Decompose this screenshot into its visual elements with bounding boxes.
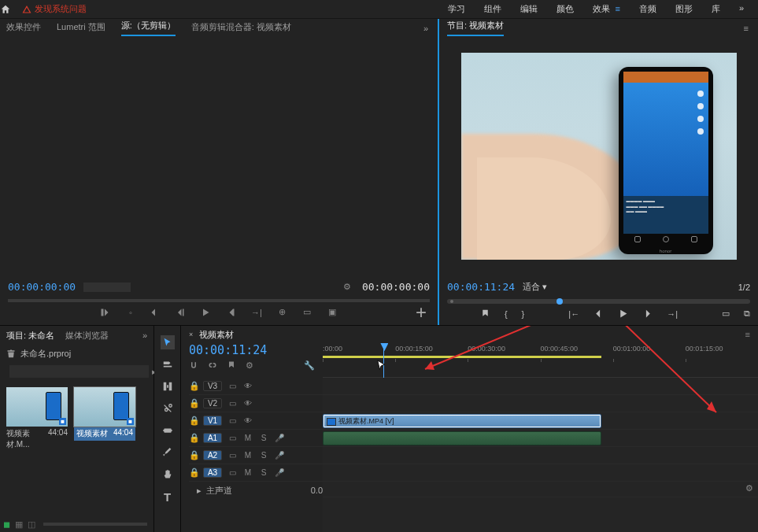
mute-icon[interactable]: M bbox=[242, 468, 253, 477]
toggle-output-icon[interactable]: ▭ bbox=[227, 399, 238, 408]
mute-icon[interactable]: M bbox=[242, 451, 253, 460]
mark-out-icon[interactable]: ◦ bbox=[125, 308, 136, 317]
track-head-a1[interactable]: 🔒A1▭MS🎤 bbox=[189, 430, 323, 447]
tab-effect-controls[interactable]: 效果控件 bbox=[6, 21, 41, 36]
tab-media-browser[interactable]: 媒体浏览器 bbox=[65, 330, 109, 342]
view-freeform-icon[interactable]: ◫ bbox=[28, 519, 35, 530]
tool-selection[interactable] bbox=[161, 335, 175, 349]
clip-audio[interactable] bbox=[323, 431, 601, 445]
step-fwd-icon[interactable] bbox=[642, 308, 653, 319]
eye-icon[interactable]: 👁 bbox=[242, 416, 253, 425]
program-scrubber[interactable] bbox=[447, 299, 750, 304]
panel-overflow-icon[interactable]: » bbox=[423, 24, 438, 36]
tool-hand[interactable] bbox=[161, 467, 175, 482]
tool-ripple-edit[interactable] bbox=[161, 379, 175, 393]
track-head-v3[interactable]: 🔒V3▭👁 bbox=[189, 378, 323, 395]
mark-clip-icon[interactable] bbox=[150, 308, 161, 317]
tab-lumetri-scopes[interactable]: Lumetri 范围 bbox=[57, 21, 105, 36]
go-to-in-icon[interactable]: |← bbox=[568, 309, 579, 319]
source-scrubber[interactable] bbox=[8, 299, 430, 302]
overwrite-icon[interactable]: ▭ bbox=[301, 307, 312, 317]
timeline-options-icon[interactable]: ⚙ bbox=[745, 483, 753, 493]
tab-source-monitor[interactable]: 源:（无剪辑） bbox=[121, 20, 176, 36]
project-overflow-icon[interactable]: » bbox=[142, 331, 147, 340]
lock-icon[interactable]: 🔒 bbox=[189, 416, 198, 426]
toggle-output-icon[interactable]: ▭ bbox=[227, 382, 238, 390]
tool-slip[interactable] bbox=[161, 423, 175, 438]
extract-icon[interactable]: ⧉ bbox=[744, 308, 750, 319]
panel-menu-icon[interactable]: ≡ bbox=[744, 24, 758, 36]
close-sequence-icon[interactable]: × bbox=[189, 331, 193, 338]
project-item[interactable]: ■ 视频素材.M...44:04 bbox=[6, 387, 68, 452]
mark-in-icon[interactable] bbox=[100, 308, 111, 317]
marker-icon[interactable] bbox=[227, 360, 236, 371]
snap-icon[interactable] bbox=[189, 360, 198, 371]
eye-icon[interactable]: 👁 bbox=[242, 382, 253, 390]
workspace-tab-audio[interactable]: 音频 bbox=[639, 3, 656, 15]
home-icon[interactable] bbox=[0, 4, 19, 15]
lock-icon[interactable]: 🔒 bbox=[189, 450, 198, 460]
tab-audio-clip-mixer[interactable]: 音频剪辑混合器: 视频素材 bbox=[191, 21, 291, 36]
go-to-out-icon[interactable]: →| bbox=[251, 308, 262, 317]
button-editor-icon[interactable]: + bbox=[416, 307, 427, 318]
solo-icon[interactable]: S bbox=[258, 451, 269, 460]
timeline-ruler[interactable]: :00:00 00:00:15:00 00:00:30:00 00:00:45:… bbox=[323, 343, 758, 378]
play-icon[interactable] bbox=[201, 308, 212, 317]
lock-icon[interactable]: 🔒 bbox=[189, 398, 198, 408]
project-search-input[interactable] bbox=[9, 365, 149, 378]
tool-track-select[interactable] bbox=[161, 357, 175, 371]
workspace-tab-effects[interactable]: 效果 ≡ bbox=[593, 3, 620, 15]
workspace-tab-library[interactable]: 库 bbox=[712, 3, 720, 15]
step-back-icon[interactable] bbox=[593, 308, 604, 319]
step-back-icon[interactable] bbox=[176, 308, 187, 317]
tab-program-monitor[interactable]: 节目: 视频素材 bbox=[447, 20, 504, 36]
step-fwd-icon[interactable] bbox=[226, 308, 237, 317]
voice-over-icon[interactable]: 🎤 bbox=[274, 451, 285, 460]
lock-icon[interactable]: 🔒 bbox=[189, 381, 198, 391]
lock-icon[interactable]: 🔒 bbox=[189, 467, 198, 478]
mark-in-icon[interactable]: { bbox=[505, 309, 508, 319]
clip-video[interactable]: 视频素材.MP4 [V] bbox=[323, 414, 601, 428]
track-head-a2[interactable]: 🔒A2▭MS🎤 bbox=[189, 447, 323, 464]
linked-selection-icon[interactable] bbox=[208, 360, 217, 371]
project-item[interactable]: ■ 视频素材44:04 bbox=[74, 387, 135, 441]
solo-icon[interactable]: S bbox=[258, 468, 269, 477]
view-list-icon[interactable]: ◼ bbox=[3, 519, 10, 530]
workspace-overflow-icon[interactable]: » bbox=[739, 3, 744, 15]
mark-out-icon[interactable]: } bbox=[522, 309, 525, 319]
tool-type[interactable]: T bbox=[161, 490, 175, 504]
solo-icon[interactable]: S bbox=[258, 434, 269, 442]
timeline-timecode[interactable]: 00:00:11:24 bbox=[189, 343, 315, 357]
workspace-tab-assembly[interactable]: 组件 bbox=[484, 3, 501, 15]
toggle-output-icon[interactable]: ▭ bbox=[227, 434, 238, 442]
mute-icon[interactable]: M bbox=[242, 434, 253, 442]
work-area-bar[interactable] bbox=[323, 356, 601, 358]
program-timecode[interactable]: 00:00:11:24 bbox=[447, 281, 515, 293]
track-head-a3[interactable]: 🔒A3▭MS🎤 bbox=[189, 464, 323, 482]
workspace-tab-learn[interactable]: 学习 bbox=[448, 3, 465, 15]
view-icon-icon[interactable]: ▦ bbox=[15, 519, 23, 530]
play-icon[interactable] bbox=[618, 308, 628, 319]
add-marker-icon[interactable] bbox=[480, 308, 490, 319]
settings-icon[interactable]: ⚙ bbox=[246, 360, 253, 371]
workspace-tab-graphics[interactable]: 图形 bbox=[675, 3, 693, 15]
timeline-menu-icon[interactable]: ≡ bbox=[745, 330, 750, 339]
workspace-tab-color[interactable]: 颜色 bbox=[556, 3, 574, 15]
toggle-output-icon[interactable]: ▭ bbox=[227, 451, 238, 460]
tool-razor[interactable] bbox=[161, 401, 175, 416]
go-to-out-icon[interactable]: →| bbox=[667, 309, 678, 319]
insert-icon[interactable]: ⊕ bbox=[276, 307, 287, 317]
source-timecode-left[interactable]: 00:00:00:00 bbox=[8, 281, 76, 293]
lock-icon[interactable]: 🔒 bbox=[189, 433, 198, 443]
toggle-output-icon[interactable]: ▭ bbox=[227, 416, 238, 425]
program-zoom-select[interactable]: 适合 bbox=[523, 281, 547, 293]
tool-pen[interactable] bbox=[161, 445, 175, 460]
workspace-tab-edit[interactable]: 编辑 bbox=[520, 3, 538, 15]
voice-over-icon[interactable]: 🎤 bbox=[274, 434, 285, 442]
sequence-title[interactable]: 视频素材 bbox=[199, 329, 234, 341]
source-wrench-icon[interactable]: ⚙ bbox=[343, 282, 354, 292]
lift-icon[interactable]: ▭ bbox=[722, 308, 730, 319]
track-head-v1[interactable]: 🔒V1▭👁 bbox=[189, 412, 323, 430]
system-warning[interactable]: 发现系统问题 bbox=[22, 3, 87, 15]
eye-icon[interactable]: 👁 bbox=[242, 399, 253, 408]
